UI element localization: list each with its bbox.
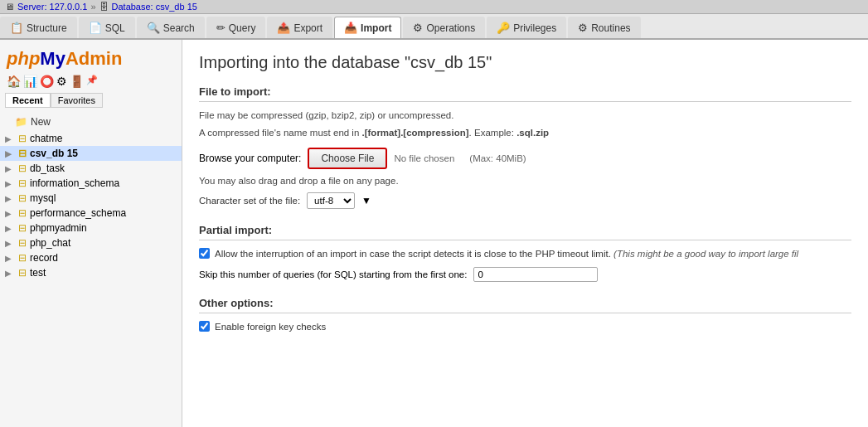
sql-icon: 📄 (89, 22, 102, 34)
new-icon: 📁 (15, 116, 27, 128)
charset-dropdown-icon: ▼ (361, 195, 371, 206)
file-input-row: Browse your computer: Choose File No fil… (199, 148, 851, 169)
allow-interrupt-label: Allow the interruption of an import in c… (215, 247, 798, 260)
routines-icon: ⚙ (578, 22, 588, 34)
tab-privileges-label: Privileges (513, 22, 556, 34)
expand-icon: ▶ (5, 209, 15, 218)
db-item-csv-db-15[interactable]: ▶ ⊟ csv_db 15 (0, 146, 182, 161)
database-link[interactable]: Database: csv_db 15 (112, 2, 197, 12)
db-item-mysql[interactable]: ▶ ⊟ mysql (0, 191, 182, 206)
allow-interrupt-row: Allow the interruption of an import in c… (199, 247, 851, 260)
tab-export-label: Export (293, 22, 322, 34)
top-bar: 🖥 Server: 127.0.0.1 » 🗄 Database: csv_db… (0, 0, 868, 14)
db-item-php-chat[interactable]: ▶ ⊟ php_chat (0, 235, 182, 250)
breadcrumb-sep: » (90, 2, 95, 12)
expand-icon: ▶ (5, 164, 15, 173)
foreign-key-label: Enable foreign key checks (215, 320, 326, 333)
db-item-information-schema[interactable]: ▶ ⊟ information_schema (0, 176, 182, 191)
server-link[interactable]: Server: 127.0.0.1 (17, 2, 87, 12)
allow-interrupt-checkbox[interactable] (199, 248, 210, 259)
main-layout: phpMyAdmin 🏠 📊 ⭕ ⚙ 🚪 📌 Recent Favorites … (0, 40, 868, 427)
charset-row: Character set of the file: utf-8latin1ut… (199, 192, 851, 209)
charset-select[interactable]: utf-8latin1utf16 (307, 192, 355, 209)
drag-drop-text: You may also drag and drop a file on any… (199, 176, 851, 186)
db-icon: ⊟ (18, 148, 27, 159)
file-section-title: File to import: (199, 85, 851, 102)
tab-import-label: Import (361, 22, 391, 34)
tab-operations[interactable]: ⚙ Operations (403, 17, 485, 38)
skip-queries-row: Skip this number of queries (for SQL) st… (199, 267, 851, 282)
sidebar-tabs: Recent Favorites (0, 90, 182, 111)
expand-icon: ▶ (5, 149, 15, 158)
tab-export[interactable]: 📤 Export (267, 17, 332, 38)
settings-icon[interactable]: ⚙ (56, 75, 67, 88)
db-icon: ⊟ (18, 177, 27, 189)
db-item-performance-schema[interactable]: ▶ ⊟ performance_schema (0, 206, 182, 221)
tab-routines[interactable]: ⚙ Routines (568, 17, 640, 38)
no-file-text: No file chosen (394, 153, 454, 163)
tab-query[interactable]: ✏ Query (206, 17, 266, 38)
tab-sql[interactable]: 📄 SQL (79, 17, 135, 38)
db-item-record[interactable]: ▶ ⊟ record (0, 250, 182, 265)
logo-icons: 🏠 📊 ⭕ ⚙ 🚪 📌 (0, 73, 182, 90)
page-title: Importing into the database "csv_db 15" (199, 53, 851, 72)
circle-icon[interactable]: ⭕ (40, 75, 54, 88)
logo: phpMyAdmin (0, 45, 182, 73)
db-icon: ⊟ (18, 237, 27, 249)
db-icon: ⊟ (18, 252, 27, 264)
tab-search-label: Search (163, 22, 195, 34)
nav-tabs: 📋 Structure 📄 SQL 🔍 Search ✏ Query 📤 Exp… (0, 14, 868, 40)
export-icon: 📤 (277, 22, 290, 34)
tab-operations-label: Operations (426, 22, 475, 34)
chart-icon[interactable]: 📊 (23, 75, 37, 88)
db-item-chatme[interactable]: ▶ ⊟ chatme (0, 131, 182, 146)
other-section-title: Other options: (199, 297, 851, 313)
foreign-key-checkbox[interactable] (199, 321, 210, 332)
new-database-item[interactable]: 📁 New (0, 114, 182, 131)
other-options-section: Other options: Enable foreign key checks (199, 297, 851, 333)
import-icon: 📥 (344, 22, 357, 34)
tab-search[interactable]: 🔍 Search (137, 17, 205, 38)
max-size-text: (Max: 40MiB) (469, 153, 526, 163)
content-area: Importing into the database "csv_db 15" … (182, 40, 868, 427)
expand-icon: ▶ (5, 239, 15, 248)
expand-icon: ▶ (5, 134, 15, 143)
privileges-icon: 🔑 (497, 22, 510, 34)
favorites-tab[interactable]: Favorites (51, 93, 103, 108)
home-icon[interactable]: 🏠 (7, 75, 21, 88)
query-icon: ✏ (216, 22, 225, 34)
recent-tab[interactable]: Recent (5, 93, 51, 108)
skip-input[interactable] (473, 267, 598, 282)
browse-label: Browse your computer: (199, 153, 301, 164)
expand-icon: ▶ (5, 179, 15, 188)
skip-label: Skip this number of queries (for SQL) st… (199, 269, 467, 279)
db-icon: ⊟ (18, 192, 27, 204)
db-icon: ⊟ (18, 207, 27, 219)
choose-file-button[interactable]: Choose File (308, 148, 387, 169)
tab-import[interactable]: 📥 Import (334, 17, 401, 38)
db-icon: ⊟ (18, 267, 27, 279)
db-icon: ⊟ (18, 222, 27, 234)
database-list: 📁 New ▶ ⊟ chatme ▶ ⊟ csv_db 15 ▶ ⊟ db_ta… (0, 111, 182, 284)
db-item-test[interactable]: ▶ ⊟ test (0, 265, 182, 280)
structure-icon: 📋 (10, 22, 23, 34)
phpmyadmin-logo: phpMyAdmin (7, 48, 122, 70)
tab-sql-label: SQL (105, 22, 125, 34)
tab-structure[interactable]: 📋 Structure (0, 17, 77, 38)
db-icon: ⊟ (18, 133, 27, 144)
partial-section-title: Partial import: (199, 224, 851, 240)
server-icon: 🖥 (5, 2, 14, 12)
db-item-db-task[interactable]: ▶ ⊟ db_task (0, 161, 182, 176)
tab-privileges[interactable]: 🔑 Privileges (487, 17, 566, 38)
file-import-section: File to import: File may be compressed (… (199, 85, 851, 209)
charset-label: Character set of the file: (199, 196, 300, 206)
expand-icon: ▶ (5, 269, 15, 278)
tab-structure-label: Structure (27, 22, 67, 34)
operations-icon: ⚙ (413, 22, 423, 34)
file-info-1: File may be compressed (gzip, bzip2, zip… (199, 109, 851, 123)
expand-icon: ▶ (5, 224, 15, 233)
db-item-phpmyadmin[interactable]: ▶ ⊟ phpmyadmin (0, 221, 182, 235)
exit-icon[interactable]: 🚪 (70, 75, 84, 88)
foreign-key-row: Enable foreign key checks (199, 320, 851, 333)
tab-routines-label: Routines (591, 22, 630, 34)
